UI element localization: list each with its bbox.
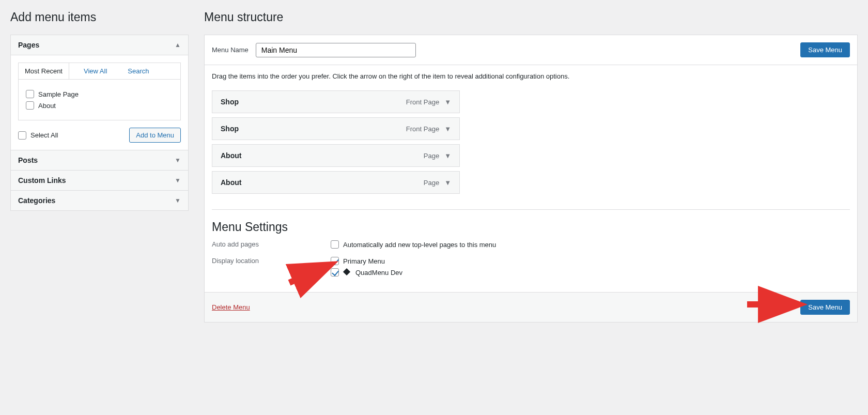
panel-categories-title: Categories [18,196,55,205]
tab-search[interactable]: Search [121,63,155,79]
menu-box: Menu Name Save Menu Drag the items into … [204,35,858,322]
triangle-up-icon: ▲ [175,41,181,49]
select-all-checkbox[interactable] [18,131,26,140]
auto-add-label: Auto add pages [212,240,331,252]
panel-pages-body: Most Recent View All Search Sample Page … [11,55,188,150]
location-quadmenu-checkbox[interactable] [331,268,339,276]
menu-item-title: Shop [221,98,239,106]
add-to-menu-button[interactable]: Add to Menu [129,128,181,143]
panel-posts-header[interactable]: Posts ▼ [11,150,188,171]
auto-add-row: Auto add pages Automatically add new top… [212,240,850,252]
location-primary[interactable]: Primary Menu [331,257,402,265]
menu-settings-heading: Menu Settings [212,220,850,234]
menu-structure-heading: Menu structure [204,10,858,24]
triangle-down-icon[interactable]: ▼ [444,98,451,106]
panel-pages-title: Pages [18,41,39,49]
pages-tabs: Most Recent View All Search [18,63,181,79]
triangle-down-icon: ▼ [175,197,181,204]
annotation-arrow-icon [746,296,803,315]
select-all-row[interactable]: Select All [18,131,58,140]
auto-add-option[interactable]: Automatically add new top-level pages to… [331,240,496,249]
menu-name-label: Menu Name [212,46,249,54]
page-item-label: Sample Page [38,90,79,98]
page-item-label: About [38,102,56,110]
menu-item-title: About [221,151,241,160]
add-menu-items-heading: Add menu items [10,10,189,24]
auto-add-checkbox[interactable] [331,240,339,249]
panel-posts-title: Posts [18,156,38,164]
menu-item[interactable]: Shop Front Page ▼ [212,90,460,113]
menu-item[interactable]: Shop Front Page ▼ [212,117,460,140]
tab-view-all[interactable]: View All [78,63,113,79]
menu-item-type: Front Page ▼ [406,98,451,106]
page-item-sample[interactable]: Sample Page [26,90,173,98]
menu-item-type: Front Page ▼ [406,125,451,133]
page-item-about[interactable]: About [26,101,173,110]
panel-pages-header[interactable]: Pages ▲ [11,35,188,55]
menu-footer: Delete Menu Save Menu [205,292,857,322]
location-quadmenu[interactable]: QuadMenu Dev [331,268,402,276]
separator [212,209,850,210]
menu-item-title: Shop [221,125,239,133]
page-item-about-checkbox[interactable] [26,101,34,110]
triangle-down-icon[interactable]: ▼ [444,152,451,160]
save-menu-top-button[interactable]: Save Menu [800,42,850,57]
panel-categories-header[interactable]: Categories ▼ [11,191,188,210]
triangle-down-icon: ▼ [175,157,181,164]
triangle-down-icon[interactable]: ▼ [444,125,451,133]
menu-item-title: About [221,178,241,187]
page-item-sample-checkbox[interactable] [26,90,34,98]
menu-item-type: Page ▼ [424,179,451,187]
triangle-down-icon: ▼ [175,177,181,184]
menu-body: Drag the items into the order you prefer… [205,65,857,292]
triangle-down-icon[interactable]: ▼ [444,179,451,187]
display-location-row: Display location Primary Menu QuadMenu D… [212,257,850,280]
drag-instructions: Drag the items into the order you prefer… [212,72,850,80]
menu-item[interactable]: About Page ▼ [212,171,460,194]
delete-menu-link[interactable]: Delete Menu [212,303,250,311]
diamond-icon [343,268,350,275]
select-all-label: Select All [30,131,58,139]
panel-custom-links-title: Custom Links [18,176,66,185]
menu-item-type: Page ▼ [424,152,451,160]
display-location-label: Display location [212,257,331,280]
accordion: Pages ▲ Most Recent View All Search Samp… [10,35,189,211]
menu-items-list: Shop Front Page ▼ Shop Front Page ▼ [212,90,850,194]
menu-header: Menu Name Save Menu [205,35,857,65]
menu-name-input[interactable] [256,43,416,57]
panel-custom-links-header[interactable]: Custom Links ▼ [11,171,188,191]
menu-item[interactable]: About Page ▼ [212,144,460,167]
save-menu-bottom-button[interactable]: Save Menu [800,300,850,315]
location-primary-checkbox[interactable] [331,257,339,265]
tab-most-recent[interactable]: Most Recent [19,63,69,79]
pages-tab-content: Sample Page About [18,79,181,120]
